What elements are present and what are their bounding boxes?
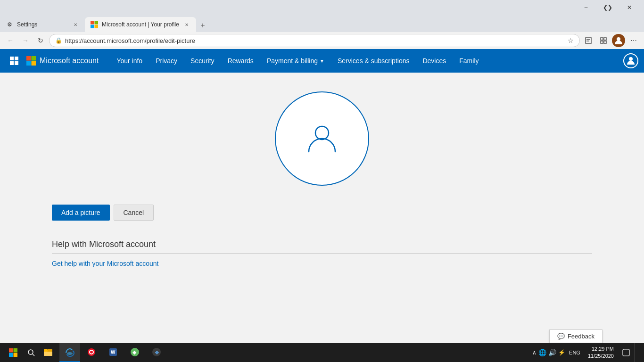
- tab-ms-account-close[interactable]: ✕: [183, 21, 190, 28]
- nav-your-info[interactable]: Your info: [110, 49, 149, 73]
- nav-devices[interactable]: Devices: [416, 49, 453, 73]
- taskbar-clock[interactable]: 12:29 PM 11/25/2020: [584, 346, 618, 360]
- taskbar-search-button[interactable]: [25, 343, 38, 362]
- svg-rect-16: [32, 61, 36, 66]
- account-circle-button[interactable]: [623, 53, 638, 68]
- taskbar-edge[interactable]: [59, 343, 80, 362]
- url-text: https://account.microsoft.com/profile/ed…: [65, 37, 565, 44]
- language-indicator: ENG: [567, 350, 582, 355]
- forward-button[interactable]: →: [19, 34, 32, 47]
- tab-ms-account[interactable]: Microsoft account | Your profile ✕: [85, 17, 196, 32]
- svg-rect-5: [604, 38, 606, 40]
- profile-picture-container: [275, 91, 369, 186]
- reload-button[interactable]: ↻: [34, 34, 47, 47]
- nav-payment-billing[interactable]: Payment & billing ▼: [260, 49, 331, 73]
- apps-grid-icon[interactable]: [6, 52, 23, 69]
- svg-rect-21: [9, 353, 13, 357]
- nav-services-subscriptions[interactable]: Services & subscriptions: [331, 49, 416, 73]
- taskbar-right: ∧ 🌐 🔊 ⚡ ENG 12:29 PM 11/25/2020: [532, 343, 642, 362]
- feedback-button[interactable]: 💬 Feedback: [549, 329, 603, 343]
- network-icon[interactable]: 🌐: [538, 349, 546, 356]
- tab-settings-label: Settings: [17, 21, 37, 28]
- start-button[interactable]: [2, 343, 25, 362]
- profile-icon[interactable]: [612, 34, 625, 47]
- nav-right: [623, 53, 638, 68]
- nav-rewards[interactable]: Rewards: [221, 49, 260, 73]
- new-tab-button[interactable]: +: [196, 19, 209, 32]
- svg-rect-4: [601, 38, 603, 40]
- svg-rect-22: [14, 353, 18, 357]
- ms-nav: Microsoft account Your info Privacy Secu…: [0, 49, 644, 73]
- ms-logo[interactable]: Microsoft account: [26, 56, 99, 66]
- taskbar-word[interactable]: W: [103, 343, 124, 362]
- svg-rect-0: [91, 21, 94, 25]
- svg-point-28: [67, 352, 73, 355]
- favorites-icon[interactable]: [582, 34, 595, 47]
- taskbar-file-explorer[interactable]: [38, 343, 58, 362]
- feedback-icon: 💬: [557, 333, 565, 340]
- settings-favicon: ⚙: [6, 21, 13, 28]
- svg-text:◆: ◆: [132, 349, 137, 355]
- address-bar: ← → ↻ 🔒 https://account.microsoft.com/pr…: [0, 32, 644, 49]
- taskbar-edge2[interactable]: ◆: [124, 343, 145, 362]
- taskbar-date: 11/25/2020: [588, 353, 614, 360]
- cancel-button[interactable]: Cancel: [114, 205, 154, 221]
- buttons-row: Add a picture Cancel: [52, 205, 154, 221]
- help-link[interactable]: Get help with your Microsoft account: [52, 260, 158, 267]
- svg-line-24: [33, 354, 34, 356]
- browser-chrome: – ❮❯ ✕ ⚙ Settings ✕ Microsoft account | …: [0, 0, 644, 49]
- url-bar[interactable]: 🔒 https://account.microsoft.com/profile/…: [49, 34, 580, 47]
- collections-icon[interactable]: [597, 34, 610, 47]
- help-section: Help with Microsoft account Get help wit…: [52, 239, 592, 268]
- minimize-button[interactable]: –: [575, 0, 597, 15]
- chevron-up-icon[interactable]: ∧: [532, 349, 537, 356]
- svg-rect-13: [26, 56, 31, 61]
- svg-point-23: [28, 350, 33, 354]
- svg-point-18: [315, 126, 329, 140]
- add-picture-button[interactable]: Add a picture: [52, 205, 110, 221]
- svg-rect-10: [15, 57, 18, 60]
- maximize-button[interactable]: ❮❯: [597, 0, 619, 15]
- svg-text:❖: ❖: [155, 350, 159, 355]
- svg-rect-11: [10, 61, 14, 65]
- ms-brand-label: Microsoft account: [40, 57, 99, 65]
- tab-ms-account-label: Microsoft account | Your profile: [102, 21, 179, 28]
- svg-rect-38: [623, 349, 629, 356]
- svg-rect-19: [9, 348, 13, 353]
- win-controls: – ❮❯ ✕: [575, 0, 640, 15]
- battery-icon[interactable]: ⚡: [558, 349, 565, 356]
- tab-bar: ⚙ Settings ✕ Microsoft account | Your pr…: [0, 15, 644, 32]
- tab-settings-close[interactable]: ✕: [72, 21, 79, 28]
- nav-security[interactable]: Security: [184, 49, 221, 73]
- taskbar-app5[interactable]: ❖: [146, 343, 167, 362]
- ms-account-favicon: [91, 21, 98, 28]
- svg-rect-15: [26, 61, 31, 66]
- speaker-icon[interactable]: 🔊: [548, 349, 556, 356]
- taskbar-apps: W ◆ ❖: [38, 343, 532, 362]
- svg-point-31: [90, 351, 93, 354]
- nav-family[interactable]: Family: [453, 49, 485, 73]
- help-title: Help with Microsoft account: [52, 239, 592, 249]
- star-icon[interactable]: ☆: [568, 37, 574, 44]
- tab-settings[interactable]: ⚙ Settings ✕: [0, 17, 85, 32]
- close-button[interactable]: ✕: [619, 0, 640, 15]
- main-content: Add a picture Cancel Help with Microsoft…: [0, 73, 644, 308]
- nav-privacy[interactable]: Privacy: [149, 49, 184, 73]
- svg-rect-12: [15, 61, 18, 65]
- more-button[interactable]: ⋯: [627, 34, 640, 47]
- help-divider: [52, 253, 592, 254]
- title-bar: – ❮❯ ✕: [0, 0, 644, 15]
- show-desktop-button[interactable]: [635, 343, 638, 362]
- svg-rect-1: [95, 21, 99, 25]
- taskbar-app3[interactable]: [81, 343, 102, 362]
- svg-text:W: W: [111, 350, 116, 355]
- taskbar: W ◆ ❖ ∧ 🌐 🔊 ⚡ ENG 12:29 PM 11/25: [0, 343, 644, 362]
- svg-rect-3: [95, 25, 99, 29]
- back-button[interactable]: ←: [4, 34, 17, 47]
- taskbar-time: 12:29 PM: [588, 346, 614, 353]
- svg-rect-6: [601, 41, 603, 43]
- lock-icon: 🔒: [55, 37, 62, 44]
- notification-button[interactable]: [619, 343, 633, 362]
- svg-point-17: [629, 57, 633, 61]
- chevron-down-icon: ▼: [320, 58, 324, 64]
